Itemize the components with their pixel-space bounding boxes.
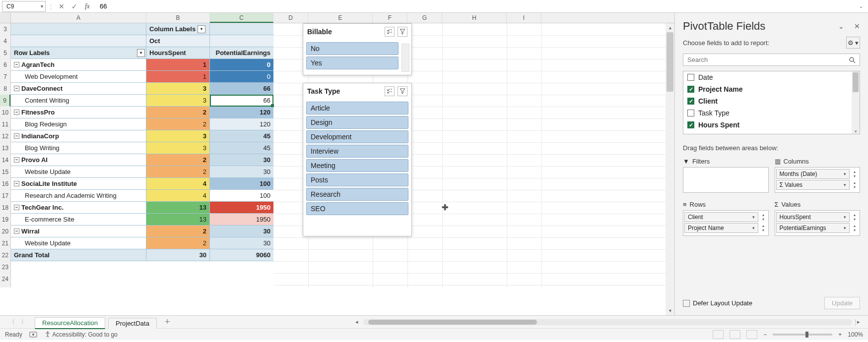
pivot-row-label[interactable]: −SociaLite Institute xyxy=(11,178,146,189)
pivot-hours-cell[interactable]: 4 xyxy=(146,178,210,189)
tab-nav-next-icon[interactable]: 〉 xyxy=(21,318,27,326)
pivot-hours-cell[interactable]: 1 xyxy=(146,59,210,70)
chevron-down-icon[interactable]: ▾ xyxy=(844,171,846,176)
area-field-item[interactable]: Project Name▾ xyxy=(684,223,758,233)
add-sheet-button[interactable]: + xyxy=(160,317,175,327)
row-header-4[interactable]: 4 xyxy=(0,35,10,47)
cell[interactable] xyxy=(210,23,273,35)
col-header-A[interactable]: A xyxy=(11,13,146,23)
row-header-9[interactable]: 9 xyxy=(0,95,10,107)
grand-total-label[interactable]: Grand Total xyxy=(11,249,146,261)
slicer-item[interactable]: SEO xyxy=(306,202,408,215)
pivot-hours-cell[interactable]: 1 xyxy=(146,71,210,82)
move-down-icon[interactable]: ▾ xyxy=(851,185,859,189)
chevron-down-icon[interactable]: ▾ xyxy=(844,215,846,220)
slicer-tasktype[interactable]: Task Type ArticleDesignDevelopmentInterv… xyxy=(303,83,412,236)
move-down-icon[interactable]: ▾ xyxy=(851,217,859,222)
cell[interactable] xyxy=(11,23,146,35)
pivot-earnings-cell[interactable]: 1950 xyxy=(210,202,273,213)
formula-input[interactable] xyxy=(95,2,866,10)
slicer-item[interactable]: Research xyxy=(306,188,408,201)
multi-select-icon[interactable] xyxy=(385,27,395,37)
chevron-down-icon[interactable]: ▾ xyxy=(844,226,846,230)
pivot-row-label[interactable]: Blog Writing xyxy=(11,142,146,154)
pivot-hours-cell[interactable]: 3 xyxy=(146,83,210,94)
pivot-hours-cell[interactable]: 13 xyxy=(146,214,210,225)
col-header-H[interactable]: H xyxy=(442,13,507,23)
row-header-20[interactable]: 20 xyxy=(0,226,10,237)
sheet-tab-resourceallocation[interactable]: ResourceAllocation xyxy=(35,317,105,329)
col-header-G[interactable]: G xyxy=(407,13,442,23)
pivot-hours-cell[interactable]: 2 xyxy=(146,107,210,118)
scroll-down-icon[interactable]: ▾ xyxy=(852,129,860,134)
field-checkbox[interactable]: ✓ xyxy=(687,121,694,128)
pivot-row-label[interactable]: −FitnessPro xyxy=(11,107,146,118)
move-up-icon[interactable]: ▴ xyxy=(759,224,767,228)
horizontal-scrollbar[interactable]: ◂ ▸ xyxy=(355,319,860,326)
field-list-scrollbar[interactable]: ▴ ▾ xyxy=(852,71,860,134)
search-input[interactable] xyxy=(687,56,849,63)
pivot-hours-cell[interactable]: 2 xyxy=(146,154,210,166)
collapse-icon[interactable]: − xyxy=(14,157,19,163)
pivot-row-label[interactable]: −IndianaCorp xyxy=(11,130,146,142)
update-button[interactable]: Update xyxy=(824,297,860,309)
clear-filter-icon[interactable] xyxy=(398,27,407,37)
pivot-row-label[interactable]: −AgranTech xyxy=(11,59,146,70)
move-up-icon[interactable]: ▴ xyxy=(851,213,859,217)
area-field-item[interactable]: Σ Values▾ xyxy=(776,180,850,190)
move-down-icon[interactable]: ▾ xyxy=(851,228,859,232)
pivot-earnings-cell[interactable]: 100 xyxy=(210,178,273,189)
row-header-14[interactable]: 14 xyxy=(0,154,10,166)
pivot-earnings-cell[interactable]: 30 xyxy=(210,154,273,166)
row-labels-dropdown[interactable]: ▾ xyxy=(137,49,145,57)
row-header-8[interactable]: 8 xyxy=(0,83,10,95)
fx-icon[interactable]: fx xyxy=(82,2,93,10)
zoom-out-icon[interactable]: − xyxy=(763,331,767,338)
scrollbar-thumb[interactable] xyxy=(667,32,673,92)
field-search[interactable] xyxy=(683,54,860,66)
row-header-11[interactable]: 11 xyxy=(0,118,10,130)
values-dropzone[interactable]: HoursSpent▾▴▾PotentialEarnings▾▴▾ xyxy=(775,210,861,236)
cancel-icon[interactable]: ✕ xyxy=(56,2,67,10)
zoom-in-icon[interactable]: + xyxy=(838,331,842,338)
col-header-F[interactable]: F xyxy=(373,13,407,23)
pivot-row-label[interactable]: −DaveConnect xyxy=(11,83,146,94)
row-header-12[interactable]: 12 xyxy=(0,130,10,142)
chevron-down-icon[interactable]: ▾ xyxy=(752,226,755,230)
slicer-item[interactable]: Article xyxy=(306,102,408,114)
pivot-earnings-cell[interactable]: 0 xyxy=(210,59,273,70)
zoom-slider[interactable] xyxy=(773,334,832,336)
pivot-hours-cell[interactable]: 4 xyxy=(146,190,210,201)
row-header-23[interactable]: 23 xyxy=(0,261,10,273)
pivot-earnings-cell[interactable]: 1950 xyxy=(210,214,273,225)
pivot-earnings-cell[interactable]: 45 xyxy=(210,130,273,142)
pivot-row-label[interactable]: Blog Redesign xyxy=(11,118,146,130)
field-item[interactable]: ✓Hours Spent xyxy=(683,119,860,131)
field-item[interactable]: ✓Project Name xyxy=(683,83,860,95)
pivot-hours-cell[interactable]: 2 xyxy=(146,166,210,177)
col-header-B[interactable]: B xyxy=(146,13,210,23)
row-labels-header[interactable]: Row Labels ▾ xyxy=(11,47,146,58)
move-down-icon[interactable]: ▾ xyxy=(851,174,859,178)
pivot-earnings-cell[interactable]: 30 xyxy=(210,166,273,177)
slicer-item[interactable]: Development xyxy=(306,130,408,143)
slicer-item[interactable]: Yes xyxy=(306,57,399,69)
collapse-icon[interactable]: − xyxy=(14,62,19,67)
collapse-pane-icon[interactable]: ⌄ xyxy=(838,22,844,30)
slicer-item[interactable]: Meeting xyxy=(306,159,408,172)
pivot-row-label[interactable]: −TechGear Inc. xyxy=(11,202,146,213)
pivot-row-label[interactable]: Website Update xyxy=(11,166,146,177)
collapse-icon[interactable]: − xyxy=(14,133,19,139)
slicer-scrollbar[interactable] xyxy=(401,44,409,72)
pivot-earnings-cell[interactable]: 30 xyxy=(210,237,273,249)
defer-checkbox[interactable] xyxy=(683,300,690,307)
collapse-icon[interactable]: − xyxy=(14,110,19,115)
pivot-earnings-cell[interactable]: 0 xyxy=(210,71,273,82)
field-checkbox[interactable]: ✓ xyxy=(687,98,694,105)
pivot-hours-cell[interactable]: 3 xyxy=(146,130,210,142)
pivot-earnings-cell[interactable]: 120 xyxy=(210,118,273,130)
row-header-16[interactable]: 16 xyxy=(0,178,10,190)
chevron-down-icon[interactable]: ▾ xyxy=(844,182,846,187)
pivot-earnings-cell[interactable]: 66 xyxy=(210,83,273,94)
pivot-row-label[interactable]: −Wirral xyxy=(11,226,146,237)
